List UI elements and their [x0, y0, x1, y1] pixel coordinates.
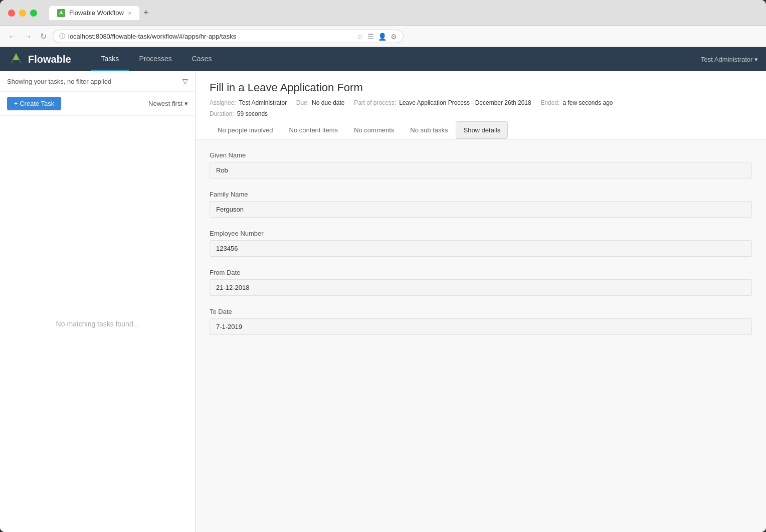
user-menu[interactable]: Test Administrator ▾ — [701, 56, 766, 63]
tab-favicon — [57, 9, 65, 17]
maximize-button[interactable] — [30, 10, 37, 17]
family-name-field: Family Name — [210, 191, 752, 218]
close-button[interactable] — [8, 10, 15, 17]
reload-button[interactable]: ↻ — [38, 30, 49, 43]
bookmark-icon[interactable]: ☆ — [357, 33, 363, 41]
address-bar[interactable]: ⓘ localhost:8080/flowable-task/workflow/… — [53, 30, 404, 43]
logo-text: Flowable — [28, 54, 71, 65]
task-header: Fill in a Leave Application Form Assigne… — [196, 71, 766, 139]
url-text: localhost:8080/flowable-task/workflow/#/… — [68, 33, 354, 40]
filter-text: Showing your tasks, no filter applied — [7, 78, 111, 85]
given-name-label: Given Name — [210, 151, 752, 159]
browser-window: Flowable Workflow × + ← → ↻ ⓘ localhost:… — [0, 0, 766, 532]
from-date-field: From Date — [210, 269, 752, 296]
family-name-input[interactable] — [210, 201, 752, 218]
browser-controls — [8, 10, 37, 17]
minimize-button[interactable] — [19, 10, 26, 17]
task-tabs: No people involved No content items No c… — [210, 121, 752, 139]
meta-sep-2 — [348, 99, 351, 106]
tab-content[interactable]: No content items — [281, 121, 346, 139]
task-title: Fill in a Leave Application Form — [210, 81, 752, 94]
employee-number-label: Employee Number — [210, 230, 752, 237]
sidebar: Showing your tasks, no filter applied ▽ … — [0, 71, 196, 532]
from-date-label: From Date — [210, 269, 752, 276]
nav-tasks[interactable]: Tasks — [91, 48, 129, 71]
process-label: Part of process: — [354, 99, 396, 106]
svg-marker-2 — [10, 53, 22, 65]
nav-cases[interactable]: Cases — [182, 48, 222, 71]
employee-number-field: Employee Number — [210, 230, 752, 257]
task-detail: Fill in a Leave Application Form Assigne… — [196, 71, 766, 532]
given-name-input[interactable] — [210, 162, 752, 179]
family-name-label: Family Name — [210, 191, 752, 198]
app-logo: Flowable — [8, 51, 71, 67]
sort-arrow-icon: ▾ — [184, 100, 188, 107]
task-meta: Assignee: Test Administrator Due: No due… — [210, 99, 752, 106]
browser-addressbar: ← → ↻ ⓘ localhost:8080/flowable-task/wor… — [0, 26, 766, 47]
ended-value: a few seconds ago — [562, 99, 613, 106]
sort-dropdown[interactable]: Newest first ▾ — [148, 100, 188, 107]
given-name-field: Given Name — [210, 151, 752, 179]
to-date-field: To Date — [210, 308, 752, 335]
employee-number-input[interactable] — [210, 240, 752, 257]
duration-label: Duration: — [210, 110, 234, 117]
svg-marker-0 — [59, 11, 64, 16]
create-task-button[interactable]: + Create Task — [7, 97, 61, 110]
app-navbar: Flowable Tasks Processes Cases Test Admi… — [0, 47, 766, 71]
browser-tab[interactable]: Flowable Workflow × — [49, 6, 139, 20]
task-form: Given Name Family Name Employee Number F… — [196, 139, 766, 359]
no-tasks-message: No matching tasks found... — [0, 116, 195, 532]
new-tab-button[interactable]: + — [143, 8, 149, 18]
address-icons: ☆ ☰ 👤 ⚙ — [357, 33, 397, 41]
tab-people[interactable]: No people involved — [210, 121, 281, 139]
tab-title: Flowable Workflow — [69, 9, 124, 17]
due-label: Due: — [296, 99, 309, 106]
settings-icon[interactable]: ⚙ — [391, 33, 397, 41]
assignee-label: Assignee: — [210, 99, 236, 106]
sidebar-toolbar: + Create Task Newest first ▾ — [0, 92, 195, 116]
logo-icon — [8, 51, 24, 67]
tab-subtasks[interactable]: No sub tasks — [402, 121, 456, 139]
forward-button[interactable]: → — [22, 30, 34, 43]
sidebar-filter: Showing your tasks, no filter applied ▽ — [0, 71, 195, 92]
show-details-button[interactable]: Show details — [456, 121, 508, 139]
main-nav: Tasks Processes Cases — [91, 48, 222, 71]
to-date-input[interactable] — [210, 318, 752, 335]
from-date-input[interactable] — [210, 279, 752, 296]
ended-label: Ended: — [540, 99, 559, 106]
meta-sep-3 — [534, 99, 538, 106]
to-date-label: To Date — [210, 308, 752, 315]
meta-sep-1 — [290, 99, 293, 106]
account-icon[interactable]: 👤 — [378, 33, 387, 41]
tab-close-icon[interactable]: × — [128, 10, 131, 16]
tab-comments[interactable]: No comments — [346, 121, 402, 139]
menu-icon[interactable]: ☰ — [367, 33, 374, 41]
task-duration: Duration: 59 seconds — [210, 110, 752, 117]
due-value: No due date — [312, 99, 344, 106]
duration-value: 59 seconds — [237, 110, 268, 117]
back-button[interactable]: ← — [6, 30, 18, 43]
sort-label: Newest first — [148, 100, 182, 107]
nav-processes[interactable]: Processes — [129, 48, 181, 71]
assignee-value: Test Administrator — [239, 99, 287, 106]
process-value: Leave Application Process - December 26t… — [399, 99, 531, 106]
browser-titlebar: Flowable Workflow × + — [0, 0, 766, 26]
main-content: Showing your tasks, no filter applied ▽ … — [0, 71, 766, 532]
filter-icon[interactable]: ▽ — [182, 77, 188, 85]
